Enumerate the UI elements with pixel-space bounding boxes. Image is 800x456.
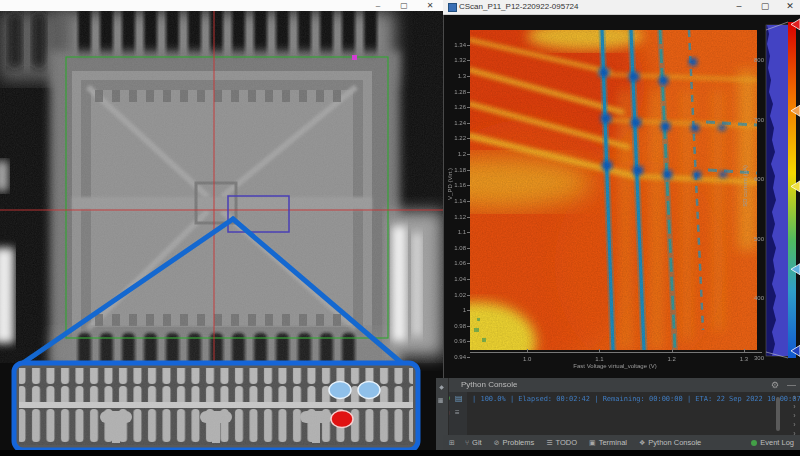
- y-tick: 1.02: [446, 292, 466, 298]
- y-tick-mark: [467, 326, 470, 327]
- console-scrollbar[interactable]: [776, 397, 780, 431]
- status-tab-terminal-icon: ▣: [589, 439, 596, 447]
- status-bar: ⊞ ⑂Git⊘Problems☰TODO▣Terminal❖Python Con…: [443, 435, 800, 450]
- probe-dot-red[interactable]: [331, 411, 353, 428]
- status-tab-label: TODO: [556, 438, 578, 447]
- y-tick-mark: [467, 185, 470, 186]
- status-tab-label: Git: [472, 438, 482, 447]
- console-list-icon[interactable]: ▤: [455, 394, 463, 404]
- status-tab-git-icon: ⑂: [465, 439, 469, 446]
- y-tick-mark: [467, 232, 470, 233]
- y-tick: 0.96: [446, 338, 466, 344]
- python-console-title: Python Console: [461, 380, 517, 389]
- scan-minimize-button[interactable]: –: [726, 0, 752, 13]
- scan-close-button[interactable]: ✕: [777, 0, 800, 13]
- y-tick: 1.26: [446, 104, 466, 110]
- y-tick-mark: [467, 248, 470, 249]
- status-tab-todo-icon: ☰: [546, 439, 552, 447]
- status-tab-git[interactable]: ⑂Git: [465, 438, 482, 447]
- scan-window-titlebar[interactable]: CScan_P11_P12-220922-095724 – ▢ ✕: [443, 0, 800, 15]
- scan-window-title: CScan_P11_P12-220922-095724: [459, 2, 579, 11]
- collapsed-chevron-icon[interactable]: ›: [793, 403, 795, 410]
- colorbar-tick: 600: [748, 176, 764, 182]
- status-tab-label: Terminal: [599, 438, 627, 447]
- colorbar[interactable]: [742, 14, 800, 378]
- y-tick: 0.94: [446, 354, 466, 360]
- heatmap-plot[interactable]: [470, 30, 757, 350]
- colorbar-tick: 300: [748, 355, 764, 361]
- colorbar-tick: 700: [748, 117, 764, 123]
- y-tick: 1: [446, 307, 466, 313]
- y-tick: 1.12: [446, 214, 466, 220]
- left-maximize-button[interactable]: ▢: [392, 0, 416, 11]
- y-tick-mark: [467, 295, 470, 296]
- console-settings-icon[interactable]: ⚙: [771, 379, 779, 391]
- left-minimize-button[interactable]: –: [366, 0, 390, 11]
- status-tab-python-console[interactable]: ❖Python Console: [639, 438, 701, 447]
- y-tick-mark: [467, 123, 470, 124]
- y-tick: 1.32: [446, 57, 466, 63]
- x-tick: 1.1: [589, 356, 609, 362]
- collapsed-chevron-icon[interactable]: ›: [793, 394, 795, 401]
- y-tick: 1.08: [446, 245, 466, 251]
- screenshot-root: – ▢ ✕: [0, 0, 800, 456]
- y-tick-mark: [467, 170, 470, 171]
- y-tick: 0.98: [446, 323, 466, 329]
- y-tick-mark: [467, 279, 470, 280]
- status-tab-problems[interactable]: ⊘Problems: [494, 438, 535, 447]
- console-output-line: | 100.0% | Elapsed: 00:02:42 | Remaining…: [472, 395, 800, 403]
- y-tick-mark: [467, 45, 470, 46]
- x-tick: 1.2: [662, 356, 682, 362]
- y-tick: 1.34: [446, 42, 466, 48]
- y-tick-mark: [467, 107, 470, 108]
- y-tick: 1.24: [446, 120, 466, 126]
- colorbar-tick: 500: [748, 236, 764, 242]
- tool-windows-icon[interactable]: ⊞: [449, 439, 455, 447]
- y-tick-mark: [467, 76, 470, 77]
- collapsed-chevron-icon[interactable]: ›: [793, 421, 795, 428]
- status-tab-label: Event Log: [760, 438, 794, 447]
- y-tick: 1.1: [446, 229, 466, 235]
- event-log-icon: [751, 440, 757, 446]
- x-axis-line: [470, 352, 762, 353]
- console-chevron-strip[interactable]: ›››››: [789, 394, 800, 437]
- colorbar-tick: 800: [748, 57, 764, 63]
- x-tick: 1.0: [517, 356, 537, 362]
- colorbar-gradient: [788, 22, 796, 358]
- y-tick: 1.06: [446, 260, 466, 266]
- sciview-icon[interactable]: ◆: [439, 385, 446, 390]
- probe-dot-blue-2[interactable]: [358, 382, 380, 399]
- y-tick: 1.2: [446, 151, 466, 157]
- y-tick-mark: [467, 138, 470, 139]
- y-axis-label: V_PD (Virt.): [447, 168, 453, 200]
- y-tick-mark: [467, 92, 470, 93]
- y-tick: 1.22: [446, 135, 466, 141]
- chip-xray-image[interactable]: [0, 11, 443, 450]
- scan-maximize-button[interactable]: ▢: [752, 0, 778, 13]
- status-tab-event-log[interactable]: Event Log: [751, 438, 794, 447]
- probe-dot-blue-1[interactable]: [329, 382, 351, 399]
- y-tick-mark: [467, 310, 470, 311]
- inset-zoom[interactable]: [14, 363, 418, 450]
- colorbar-label: SD current (µA): [742, 165, 748, 207]
- y-tick: 1.04: [446, 276, 466, 282]
- status-tab-label: Problems: [503, 438, 535, 447]
- roi-marker[interactable]: [352, 55, 357, 60]
- status-tab-python-console-icon: ❖: [639, 439, 645, 447]
- console-tab-icon[interactable]: ▦: [438, 398, 445, 404]
- colorbar-tick: 400: [748, 295, 764, 301]
- y-tick-mark: [467, 201, 470, 202]
- y-tick-mark: [467, 263, 470, 264]
- collapsed-chevron-icon[interactable]: ›: [793, 412, 795, 419]
- y-tick-mark: [467, 341, 470, 342]
- y-tick-mark: [467, 357, 470, 358]
- status-tab-problems-icon: ⊘: [494, 439, 500, 447]
- status-tab-terminal[interactable]: ▣Terminal: [589, 438, 627, 447]
- console-minimize-icon[interactable]: —: [787, 379, 796, 391]
- left-close-button[interactable]: ✕: [418, 0, 442, 11]
- y-tick-mark: [467, 154, 470, 155]
- status-tab-todo[interactable]: ☰TODO: [546, 438, 577, 447]
- y-tick: 1.28: [446, 89, 466, 95]
- python-console-header[interactable]: Python Console ⚙ —: [443, 378, 800, 392]
- soft-wrap-icon[interactable]: ≡: [455, 408, 460, 418]
